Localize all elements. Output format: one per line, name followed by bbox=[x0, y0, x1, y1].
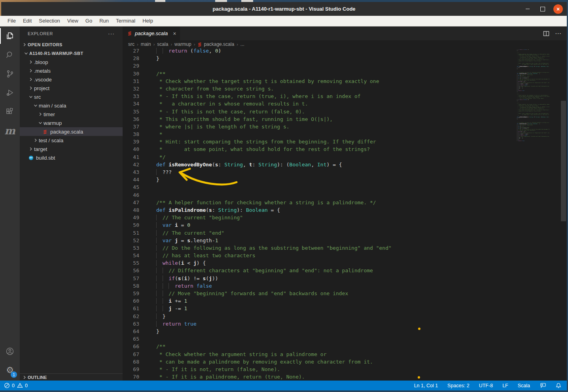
status-item[interactable]: Ln 1, Col 1 bbox=[414, 383, 438, 388]
activitybar-source-control[interactable] bbox=[0, 64, 20, 83]
maximize-button[interactable] bbox=[538, 5, 547, 13]
status-item[interactable]: Scala bbox=[518, 383, 530, 388]
menu-go[interactable]: Go bbox=[82, 16, 96, 26]
tree-item-timer[interactable]: timer bbox=[20, 110, 123, 119]
status-item[interactable]: UTF-8 bbox=[479, 383, 493, 388]
explorer-actions-button[interactable]: ··· bbox=[108, 30, 115, 37]
activitybar-account[interactable] bbox=[0, 342, 20, 361]
split-editor-icon[interactable] bbox=[543, 30, 549, 37]
activitybar-settings[interactable]: ⚙1 bbox=[0, 361, 20, 380]
search-icon bbox=[5, 50, 15, 60]
line-number: 52 bbox=[123, 237, 139, 244]
activitybar-metals[interactable]: m bbox=[0, 121, 20, 140]
vertical-scrollbar[interactable] bbox=[561, 101, 566, 221]
tab-bar: package.scala × ⋯ bbox=[123, 26, 567, 40]
tree-item--bloop[interactable]: .bloop bbox=[20, 58, 123, 66]
menu-view[interactable]: View bbox=[64, 16, 82, 26]
activitybar-run-debug[interactable] bbox=[0, 83, 20, 102]
line-number: 61 bbox=[123, 305, 139, 312]
code-line-45: 45 bbox=[123, 183, 567, 191]
warning-icon bbox=[17, 383, 23, 388]
tree-item-target[interactable]: target bbox=[20, 145, 123, 153]
breadcrumb-item[interactable]: src bbox=[128, 41, 134, 47]
tree-item-a1140-r1-warmup-sbt[interactable]: A1140-R1-WARMUP-SBT bbox=[20, 49, 123, 58]
breadcrumb-item[interactable]: warmup bbox=[174, 41, 191, 47]
status-warning[interactable]: 0 bbox=[17, 383, 28, 388]
code-line-40: * at some point, what should hold for th… bbox=[516, 115, 549, 116]
code-line-67: 67 * Check whether the argument string i… bbox=[123, 351, 567, 358]
chevron-right-icon bbox=[32, 138, 39, 142]
tab-close-icon[interactable]: × bbox=[173, 30, 176, 37]
breadcrumb-item[interactable]: main bbox=[141, 41, 151, 47]
line-number: 28 bbox=[123, 55, 139, 62]
line-number: 29 bbox=[123, 62, 139, 70]
line-number: 63 bbox=[123, 320, 139, 328]
status-bar: 00 Ln 1, Col 1Spaces: 2UTF-8LFScala bbox=[0, 381, 567, 390]
code-line-48: 48def isPalindrome(s: String): Boolean =… bbox=[123, 206, 567, 214]
status-bell-icon[interactable] bbox=[556, 383, 561, 388]
breadcrumb-item[interactable]: ... bbox=[240, 41, 244, 47]
window-border-left bbox=[0, 0, 1, 16]
close-button[interactable]: × bbox=[553, 4, 563, 14]
line-number: 30 bbox=[123, 70, 139, 77]
tree-item-project[interactable]: project bbox=[20, 84, 123, 92]
status-error-circle[interactable]: 0 bbox=[4, 383, 15, 388]
code-line-28: 28} bbox=[123, 55, 567, 62]
chev-right-icon bbox=[38, 112, 42, 116]
line-number: 62 bbox=[123, 313, 139, 320]
outline-section[interactable]: OUTLINE bbox=[20, 373, 123, 381]
window-border-bottom bbox=[0, 390, 568, 392]
code-line-47: 47/** A helper function for checking whe… bbox=[123, 199, 567, 206]
scala-icon bbox=[127, 31, 132, 36]
status-item[interactable]: Spaces: 2 bbox=[447, 383, 470, 388]
line-number: 65 bbox=[123, 335, 139, 343]
line-number: 59 bbox=[123, 290, 139, 297]
code-line-34: 34 * a character in s whose removal resu… bbox=[123, 100, 567, 107]
status-item[interactable]: LF bbox=[502, 383, 508, 388]
status-feedback-icon[interactable] bbox=[540, 383, 546, 388]
activitybar-search[interactable] bbox=[0, 45, 20, 64]
code-line-70: 70 * - If it is a palindrome, return (tr… bbox=[123, 373, 567, 381]
activitybar-explorer[interactable] bbox=[0, 26, 20, 45]
open-editors-section[interactable]: OPEN EDITORS bbox=[20, 40, 123, 49]
menu-help[interactable]: Help bbox=[139, 16, 157, 26]
line-number: 53 bbox=[123, 244, 139, 252]
menu-run[interactable]: Run bbox=[96, 16, 112, 26]
line-number: 27 bbox=[123, 47, 139, 55]
tree-item-main-scala[interactable]: main / scala bbox=[20, 101, 123, 110]
tree-item-build-sbt[interactable]: build.sbt bbox=[20, 153, 123, 162]
code-line-63: 63 return true bbox=[123, 320, 567, 328]
line-number: 70 bbox=[123, 373, 139, 381]
explorer-sidebar: EXPLORER ··· OPEN EDITORS A1140-R1-WARMU… bbox=[20, 26, 123, 381]
settings-badge: 1 bbox=[11, 371, 17, 378]
tree-item--vscode[interactable]: .vscode bbox=[20, 75, 123, 84]
account-icon bbox=[5, 347, 15, 356]
tree-item-test-scala[interactable]: test / scala bbox=[20, 136, 123, 145]
menu-file[interactable]: File bbox=[4, 16, 19, 26]
more-actions-icon[interactable]: ⋯ bbox=[555, 30, 561, 37]
window-controls: × bbox=[523, 2, 563, 16]
tree-item-warmup[interactable]: warmup bbox=[20, 119, 123, 127]
tree-item-src[interactable]: src bbox=[20, 92, 123, 101]
scala-file-icon bbox=[127, 31, 132, 36]
tree-item--metals[interactable]: .metals bbox=[20, 66, 123, 75]
code-line-33: 33 * - If this is the case, return (true… bbox=[123, 92, 567, 100]
code-editor[interactable]: 27 return (false, 0)28}2930/**31 * Check… bbox=[123, 47, 567, 381]
line-number: 49 bbox=[123, 214, 139, 221]
error-circle-icon bbox=[4, 383, 10, 388]
line-number: 67 bbox=[123, 351, 139, 358]
menu-edit[interactable]: Edit bbox=[19, 16, 35, 26]
code-line-35: 35 * - If this is not the case, return (… bbox=[123, 108, 567, 115]
menu-terminal[interactable]: Terminal bbox=[112, 16, 139, 26]
breadcrumb-item[interactable]: scala bbox=[157, 41, 168, 47]
breadcrumb-item[interactable]: package.scala bbox=[197, 41, 234, 47]
code-line-37: 37 * where |s| is the length of the stri… bbox=[123, 123, 567, 130]
tab-package-scala[interactable]: package.scala × bbox=[123, 26, 180, 40]
tree-item-package-scala[interactable]: package.scala bbox=[20, 127, 123, 136]
code-line-64: 64} bbox=[123, 328, 567, 335]
minimap[interactable]: return (false, 0)}/** * Check whether th… bbox=[516, 49, 549, 141]
activitybar-extensions[interactable] bbox=[0, 102, 20, 121]
minimize-button[interactable] bbox=[523, 5, 532, 13]
line-number: 58 bbox=[123, 282, 139, 290]
menu-selection[interactable]: Selection bbox=[35, 16, 63, 26]
